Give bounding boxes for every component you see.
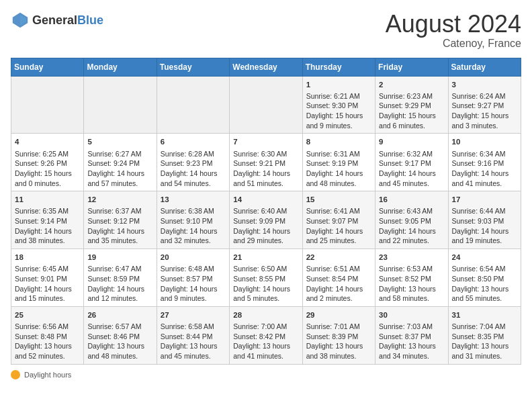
day-info: Sunset: 9:19 PM — [306, 158, 371, 169]
table-row: 17Sunrise: 6:44 AMSunset: 9:03 PMDayligh… — [448, 191, 521, 249]
day-info: Daylight: 13 hours and 31 minutes. — [452, 341, 517, 361]
table-row: 28Sunrise: 7:00 AMSunset: 8:42 PMDayligh… — [230, 306, 302, 364]
page-header: GeneralBlue August 2024 Catenoy, France — [11, 11, 521, 50]
table-row: 9Sunrise: 6:32 AMSunset: 9:17 PMDaylight… — [375, 134, 448, 191]
day-info: Daylight: 14 hours and 29 minutes. — [233, 226, 298, 246]
day-info: Sunset: 9:26 PM — [15, 158, 80, 169]
day-info: Daylight: 14 hours and 9 minutes. — [161, 284, 226, 304]
day-info: Daylight: 15 hours and 0 minutes. — [15, 169, 80, 188]
day-info: Daylight: 14 hours and 45 minutes. — [379, 169, 444, 188]
table-row: 21Sunrise: 6:50 AMSunset: 8:55 PMDayligh… — [230, 249, 302, 307]
day-info: Sunrise: 6:24 AM — [452, 91, 517, 101]
day-info: Sunset: 9:16 PM — [452, 158, 517, 169]
day-info: Daylight: 14 hours and 2 minutes. — [306, 284, 371, 304]
logo-blue-text: Blue — [77, 13, 103, 27]
weekday-header-row: SundayMondayTuesdayWednesdayThursdayFrid… — [11, 58, 521, 76]
title-block: August 2024 Catenoy, France — [386, 11, 521, 50]
logo: GeneralBlue — [11, 11, 103, 30]
weekday-tuesday: Tuesday — [157, 58, 229, 76]
day-number: 7 — [233, 136, 298, 147]
day-info: Sunrise: 6:37 AM — [87, 206, 152, 216]
day-number: 5 — [87, 136, 152, 147]
day-number: 19 — [87, 252, 152, 263]
calendar-week-row: 1Sunrise: 6:21 AMSunset: 9:30 PMDaylight… — [11, 76, 521, 134]
day-info: Daylight: 14 hours and 51 minutes. — [233, 169, 298, 188]
day-info: Sunrise: 6:34 AM — [452, 149, 517, 159]
day-info: Daylight: 13 hours and 45 minutes. — [161, 341, 226, 361]
day-number: 20 — [161, 252, 226, 263]
table-row: 30Sunrise: 7:03 AMSunset: 8:37 PMDayligh… — [375, 306, 448, 364]
weekday-wednesday: Wednesday — [230, 58, 302, 76]
table-row: 12Sunrise: 6:37 AMSunset: 9:12 PMDayligh… — [84, 191, 157, 249]
weekday-saturday: Saturday — [448, 58, 521, 76]
day-info: Daylight: 14 hours and 25 minutes. — [306, 226, 371, 246]
day-number: 9 — [379, 136, 444, 147]
day-info: Sunrise: 6:31 AM — [306, 149, 371, 159]
day-number: 3 — [452, 79, 517, 90]
day-info: Sunset: 8:52 PM — [379, 274, 444, 284]
day-number: 26 — [87, 310, 152, 320]
table-row: 5Sunrise: 6:27 AMSunset: 9:24 PMDaylight… — [84, 134, 157, 191]
calendar-table: SundayMondayTuesdayWednesdayThursdayFrid… — [11, 58, 521, 365]
day-info: Sunset: 8:57 PM — [161, 274, 226, 284]
day-number: 25 — [15, 310, 80, 320]
day-info: Sunset: 8:50 PM — [452, 274, 517, 284]
day-info: Sunset: 9:03 PM — [452, 216, 517, 226]
day-info: Sunset: 8:59 PM — [87, 274, 152, 284]
weekday-thursday: Thursday — [302, 58, 375, 76]
day-info: Daylight: 14 hours and 15 minutes. — [15, 284, 80, 304]
day-info: Sunset: 8:55 PM — [233, 274, 298, 284]
weekday-sunday: Sunday — [11, 58, 84, 76]
day-info: Sunrise: 6:38 AM — [161, 206, 226, 216]
subtitle: Catenoy, France — [386, 38, 521, 50]
main-title: August 2024 — [386, 11, 521, 38]
day-info: Sunrise: 6:48 AM — [161, 264, 226, 274]
table-row: 4Sunrise: 6:25 AMSunset: 9:26 PMDaylight… — [11, 134, 84, 191]
calendar-week-row: 25Sunrise: 6:56 AMSunset: 8:48 PMDayligh… — [11, 306, 521, 364]
day-number: 30 — [379, 310, 444, 320]
table-row: 1Sunrise: 6:21 AMSunset: 9:30 PMDaylight… — [302, 76, 375, 134]
table-row: 14Sunrise: 6:40 AMSunset: 9:09 PMDayligh… — [230, 191, 302, 249]
day-info: Sunrise: 6:58 AM — [161, 322, 226, 332]
day-info: Daylight: 14 hours and 38 minutes. — [15, 226, 80, 246]
day-info: Sunrise: 7:04 AM — [452, 322, 517, 332]
day-info: Daylight: 13 hours and 52 minutes. — [15, 341, 80, 361]
calendar-week-row: 18Sunrise: 6:45 AMSunset: 9:01 PMDayligh… — [11, 249, 521, 307]
day-info: Sunrise: 7:00 AM — [233, 322, 298, 332]
day-info: Sunrise: 6:35 AM — [15, 206, 80, 216]
day-info: Sunset: 8:37 PM — [379, 332, 444, 342]
day-number: 14 — [233, 194, 298, 205]
day-info: Daylight: 13 hours and 34 minutes. — [379, 341, 444, 361]
day-info: Daylight: 14 hours and 41 minutes. — [452, 169, 517, 188]
day-info: Sunrise: 6:44 AM — [452, 206, 517, 216]
table-row: 19Sunrise: 6:47 AMSunset: 8:59 PMDayligh… — [84, 249, 157, 307]
table-row: 26Sunrise: 6:57 AMSunset: 8:46 PMDayligh… — [84, 306, 157, 364]
daylight-label: Daylight hours — [24, 371, 71, 379]
day-info: Sunrise: 6:50 AM — [233, 264, 298, 274]
day-number: 23 — [379, 252, 444, 263]
day-info: Sunrise: 6:21 AM — [306, 91, 371, 101]
day-info: Sunrise: 6:25 AM — [15, 149, 80, 159]
day-number: 27 — [161, 310, 226, 320]
day-number: 11 — [15, 194, 80, 205]
day-number: 2 — [379, 79, 444, 90]
table-row: 18Sunrise: 6:45 AMSunset: 9:01 PMDayligh… — [11, 249, 84, 307]
day-info: Sunrise: 7:03 AM — [379, 322, 444, 332]
day-number: 15 — [306, 194, 371, 205]
day-info: Sunrise: 6:28 AM — [161, 149, 226, 159]
day-info: Sunrise: 6:43 AM — [379, 206, 444, 216]
day-info: Sunrise: 6:57 AM — [87, 322, 152, 332]
day-info: Daylight: 15 hours and 9 minutes. — [306, 111, 371, 130]
day-info: Sunset: 8:35 PM — [452, 332, 517, 342]
table-row: 13Sunrise: 6:38 AMSunset: 9:10 PMDayligh… — [157, 191, 229, 249]
day-info: Daylight: 13 hours and 48 minutes. — [87, 341, 152, 361]
logo-icon — [11, 11, 30, 30]
day-number: 6 — [161, 136, 226, 147]
day-number: 24 — [452, 252, 517, 263]
table-row: 6Sunrise: 6:28 AMSunset: 9:23 PMDaylight… — [157, 134, 229, 191]
day-info: Sunset: 8:42 PM — [233, 332, 298, 342]
day-info: Sunrise: 6:45 AM — [15, 264, 80, 274]
day-number: 22 — [306, 252, 371, 263]
day-number: 13 — [161, 194, 226, 205]
day-info: Sunset: 8:48 PM — [15, 332, 80, 342]
